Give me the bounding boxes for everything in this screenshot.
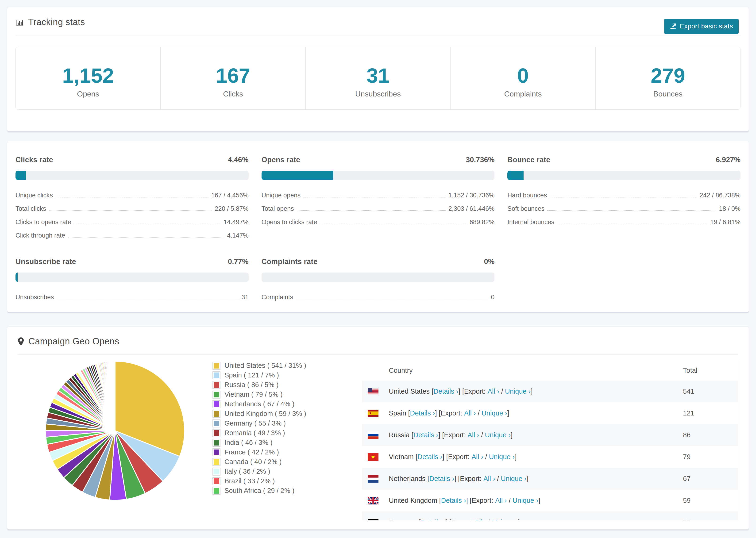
export-basic-stats-button[interactable]: Export basic stats [664,19,739,34]
header-divider [16,35,740,35]
legend-label: Spain ( 121 / 7% ) [225,371,279,379]
dotted-leader [320,224,467,224]
country-name: United States [389,388,432,395]
rate-row-label: Clicks to opens rate [16,219,71,227]
table-row: Netherlands [Details ›] [Export: All › /… [362,468,738,490]
stat-box: 279Bounces [595,47,740,109]
export-unique-link[interactable]: Unique › [505,388,531,395]
export-all-link[interactable]: All › [464,409,476,417]
flag-icon-gb [368,497,378,505]
dotted-leader [74,224,221,224]
export-unique-link[interactable]: Unique › [482,409,507,417]
details-link[interactable]: Details › [429,475,454,483]
rate-row: Clicks to opens rate14.497% [16,214,249,227]
country-cell: Vietnam [Details ›] [Export: All › / Uni… [362,453,683,461]
export-unique-link[interactable]: Unique › [513,497,538,505]
legend-swatch [212,429,220,437]
export-button-label: Export basic stats [680,23,733,30]
rate-rows: Unsubscribes31 [16,289,249,302]
details-link[interactable]: Details › [433,388,458,395]
details-link[interactable]: Details › [417,453,442,461]
rate-title: Bounce rate [507,156,550,164]
export-all-link[interactable]: All › [495,497,507,505]
total-cell: 67 [683,475,738,483]
legend-swatch [212,467,220,476]
legend-swatch-color [214,421,219,426]
total-cell: 59 [683,497,738,505]
country-name: Spain [389,409,408,417]
export-unique-link[interactable]: Unique › [492,518,518,520]
details-link[interactable]: Details › [420,518,445,520]
stat-value: 0 [451,65,595,86]
rate-row-value: 167 / 4.456% [211,192,249,200]
rate-row: Unique clicks167 / 4.456% [16,187,249,200]
details-link[interactable]: Details › [410,409,435,417]
legend-label: South Africa ( 29 / 2% ) [225,487,295,495]
rate-row-value: 18 / 0% [719,205,740,214]
export-all-link[interactable]: All › [483,475,495,483]
dotted-leader [56,197,208,197]
map-pin-icon [18,337,24,346]
country-cell: Netherlands [Details ›] [Export: All › /… [362,475,683,483]
legend-swatch [212,391,220,399]
rate-rows: Hard bounces242 / 86.738%Soft bounces18 … [507,187,740,227]
stat-value: 1,152 [16,65,160,86]
export-all-link[interactable]: All › [471,453,483,461]
export-unique-link[interactable]: Unique › [489,453,515,461]
rates-grid: Clicks rate4.46%Unique clicks167 / 4.456… [16,156,740,302]
details-link[interactable]: Details › [441,497,466,505]
rate-row-label: Unique opens [261,192,301,200]
stat-label: Opens [16,90,160,98]
pie-slice-other[interactable] [115,361,115,431]
progress-bar-fill [261,171,333,180]
stat-label: Complaints [451,90,595,98]
rate-row-label: Hard bounces [507,192,547,200]
campaign-geo-opens-panel: Campaign Geo Opens United States ( 541 /… [7,326,749,529]
rate-row-value: 31 [242,294,249,302]
table-row: United States [Details ›] [Export: All ›… [362,381,738,402]
legend-swatch-color [214,440,219,446]
country-cell: United States [Details ›] [Export: All ›… [362,388,683,395]
export-unique-link[interactable]: Unique › [501,475,527,483]
dotted-leader [297,210,446,211]
export-all-link[interactable]: All › [488,388,499,395]
rates-panel: Clicks rate4.46%Unique clicks167 / 4.456… [7,141,749,312]
legend-item: Netherlands ( 67 / 4% ) [212,399,346,409]
legend-swatch-color [214,430,219,436]
rate-title: Complaints rate [261,257,318,266]
legend-swatch [212,487,220,495]
dotted-leader [49,210,212,211]
legend-item: United States ( 541 / 31% ) [212,361,346,370]
legend-swatch-color [214,411,219,417]
legend-item: Romania ( 49 / 3% ) [212,428,346,438]
stat-label: Unsubscribes [306,90,450,98]
legend-label: Romania ( 49 / 3% ) [225,429,285,437]
progress-bar-fill [507,171,523,180]
details-link[interactable]: Details › [413,431,438,439]
stat-box: 0Complaints [450,47,595,109]
legend-label: Germany ( 55 / 3% ) [225,419,286,427]
legend-swatch [212,448,220,456]
rate-row-label: Unique clicks [16,192,53,200]
legend-swatch [212,410,220,418]
rate-row-value: 1,152 / 30.736% [449,192,495,200]
rate-value: 30.736% [466,156,495,164]
tracking-stats-panel: Tracking stats Export basic stats 1,152O… [7,7,749,132]
rate-row-label: Soft bounces [507,205,544,214]
dotted-leader [557,224,707,224]
export-unique-link[interactable]: Unique › [485,431,511,439]
export-all-link[interactable]: All › [475,518,486,520]
geo-legend: United States ( 541 / 31% )Spain ( 121 /… [212,360,346,520]
legend-label: Canada ( 40 / 2% ) [225,458,282,466]
progress-bar [261,171,495,180]
rate-block: Opens rate30.736%Unique opens1,152 / 30.… [261,156,495,241]
legend-label: Italy ( 36 / 2% ) [225,467,270,475]
total-cell: 55 [683,518,738,520]
rate-row-label: Total clicks [16,205,46,214]
table-row: Russia [Details ›] [Export: All › / Uniq… [362,424,738,446]
rate-block: Clicks rate4.46%Unique clicks167 / 4.456… [16,156,249,241]
rate-row-value: 4.147% [227,232,249,241]
export-all-link[interactable]: All › [467,431,479,439]
legend-label: France ( 42 / 2% ) [225,448,279,456]
column-header-country: Country [362,367,683,374]
